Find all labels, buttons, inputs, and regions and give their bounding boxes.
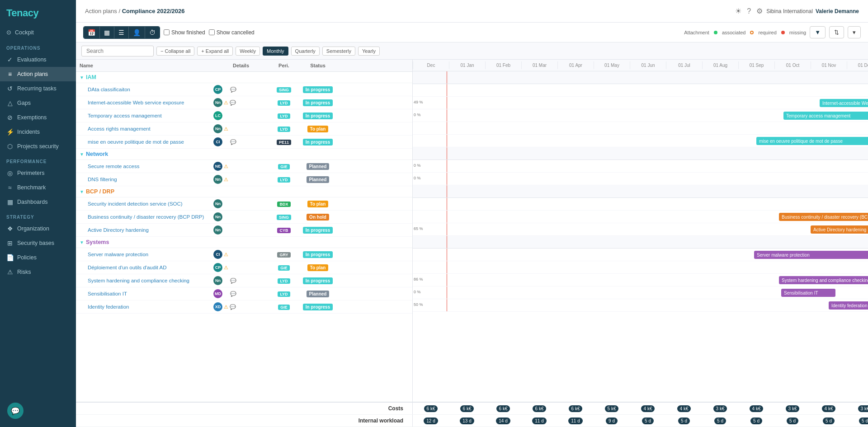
search-input[interactable] <box>81 46 154 56</box>
gantt-bar[interactable]: mise en oeuvre politique de mot de passe <box>756 137 868 145</box>
sidebar-item-projects-security[interactable]: ⬡ Projects security <box>0 139 76 154</box>
sidebar-item-exemptions[interactable]: ⊘ Exemptions <box>0 110 76 125</box>
today-line <box>447 249 447 261</box>
avatar: CI <box>213 137 222 146</box>
gantt-bar[interactable]: System hardening and compliance checking <box>779 276 868 284</box>
table-row: Access rights management Nn ⚠ LYD To pla… <box>76 122 412 136</box>
gaps-label: Gaps <box>17 100 31 106</box>
status-badge: In progress <box>303 139 333 145</box>
show-finished-label[interactable]: Show finished <box>164 29 205 36</box>
gantt-group-row <box>413 71 868 84</box>
group-row[interactable]: ▼ BCP / DRP <box>76 186 412 197</box>
peri-badge: LYD <box>278 177 290 183</box>
sun-icon[interactable]: ☀ <box>735 7 741 15</box>
progress-text: 49 % <box>414 100 423 104</box>
show-cancelled-label[interactable]: Show cancelled <box>209 29 255 36</box>
sidebar-item-policies[interactable]: 📄 Policies <box>0 250 76 265</box>
row-name-link[interactable]: DAta classificaiton <box>88 87 130 92</box>
table-toolbar: − Collapse all + Expand all Weekly Month… <box>76 42 868 60</box>
row-name-link[interactable]: mise en oeuvre politique de mot de passe <box>88 139 184 145</box>
row-name-link[interactable]: DNS filtering <box>88 177 117 182</box>
more-button[interactable]: ▾ <box>848 26 861 38</box>
row-name-link[interactable]: Déploiement d'un outils d'audit AD <box>88 265 166 270</box>
sidebar-item-risks[interactable]: ⚠ Risks <box>0 265 76 279</box>
group-row[interactable]: ▼ IAM <box>76 72 412 83</box>
sidebar-item-cockpit[interactable]: ⊙ Cockpit <box>0 24 76 40</box>
gantt-bar[interactable]: Identity federation <box>829 301 868 310</box>
row-name-link[interactable]: Secure remote access <box>88 164 139 169</box>
workload-badge: 5 d <box>823 418 835 424</box>
row-name-link[interactable]: Server malware protection <box>88 252 148 257</box>
gantt-bar[interactable]: Internet-accessible Web service exposure… <box>820 99 868 107</box>
cost-badge: 4 k€ <box>750 405 764 412</box>
gantt-bar[interactable]: Active Directory hardening <box>811 225 868 234</box>
gantt-bar[interactable]: Business continuity / disaster recovery … <box>779 213 868 221</box>
settings-icon[interactable]: ⚙ <box>756 7 763 15</box>
period-monthly-btn[interactable]: Monthly <box>263 47 288 56</box>
gantt-bar[interactable]: Temporary access management <box>783 112 868 120</box>
row-name-link[interactable]: Security incident detection service (SOC… <box>88 201 183 206</box>
row-peri: CYB <box>270 227 297 233</box>
row-name: Internet-accessible Web service exposure <box>86 99 212 106</box>
status-badge: To plan <box>307 126 329 132</box>
row-name-link[interactable]: System hardening and compliance checking <box>88 278 189 283</box>
logo-text: Tenacy <box>6 7 38 19</box>
sidebar-item-gaps[interactable]: △ Gaps <box>0 96 76 110</box>
workload-badge: 11 d <box>568 418 582 424</box>
workload-cell: 11 d <box>521 415 557 427</box>
workload-badge: 5 d <box>678 418 690 424</box>
row-status: In progress <box>297 277 338 284</box>
progress-text: 50 % <box>414 302 423 307</box>
progress-text: 0 % <box>414 113 421 117</box>
row-name: Server malware protection <box>86 251 212 258</box>
sidebar-item-recurring-tasks[interactable]: ↺ Recurring tasks <box>0 81 76 96</box>
sort-button[interactable]: ⇅ <box>829 26 844 38</box>
costs-row: Costs 6 k€6 k€6 k€6 k€6 k€5 k€4 k€4 k€3 … <box>76 403 868 415</box>
gantt-bar[interactable]: Sensibilisation IT <box>781 289 835 297</box>
collapse-all-button[interactable]: − Collapse all <box>156 47 194 56</box>
chat-icon: 💬 <box>230 139 236 145</box>
top-icons: ☀ ? ⚙ <box>735 7 763 15</box>
view-list-btn[interactable]: ☰ <box>114 27 129 38</box>
sidebar-item-evaluations[interactable]: ✓ Evaluations <box>0 52 76 67</box>
sidebar-item-dashboards[interactable]: ▦ Dashboards <box>0 195 76 209</box>
show-cancelled-checkbox[interactable] <box>209 29 215 35</box>
view-btn-group: 📅 ▦ ☰ 👤 ⏱ <box>83 26 160 39</box>
expand-all-button[interactable]: + Expand all <box>197 47 233 56</box>
gantt-group-row <box>413 147 868 160</box>
row-name-link[interactable]: Active Directory hardening <box>88 227 149 233</box>
help-icon[interactable]: ? <box>747 7 751 15</box>
group-row[interactable]: ▼ Systems <box>76 237 412 248</box>
gantt-bar[interactable]: Server malware protection <box>754 251 868 259</box>
row-name-link[interactable]: Business continuity / disaster recovery … <box>88 214 204 220</box>
period-quarterly-btn[interactable]: Quarterly <box>291 47 320 56</box>
filter-button[interactable]: ▼ <box>810 26 826 38</box>
row-name-link[interactable]: Access rights management <box>88 126 151 131</box>
cost-cell: 6 k€ <box>557 403 594 414</box>
view-gantt-btn[interactable]: ▦ <box>100 27 114 38</box>
sidebar-item-perimeters[interactable]: ◎ Perimeters <box>0 166 76 180</box>
chat-bubble[interactable]: 💬 <box>7 403 24 419</box>
view-clock-btn[interactable]: ⏱ <box>145 27 160 38</box>
row-name-link[interactable]: Sensibilisation IT <box>88 291 127 296</box>
show-finished-checkbox[interactable] <box>164 29 170 35</box>
peri-badge: LYD <box>278 127 290 132</box>
row-name-link[interactable]: Identity federation <box>88 304 129 310</box>
period-yearly-btn[interactable]: Yearly <box>358 47 380 56</box>
sidebar-item-benchmark[interactable]: ≈ Benchmark <box>0 180 76 195</box>
table-row: DAta classificaiton CP 💬 SING In progres… <box>76 83 412 96</box>
row-name-link[interactable]: Temporary access management <box>88 113 162 118</box>
sidebar-item-action-plans[interactable]: ≡ Action plans <box>0 67 76 81</box>
view-people-btn[interactable]: 👤 <box>129 27 145 38</box>
sidebar-item-organization[interactable]: ❖ Organization <box>0 221 76 236</box>
view-calendar-btn[interactable]: 📅 <box>84 27 100 38</box>
associated-dot <box>714 31 717 34</box>
period-weekly-btn[interactable]: Weekly <box>236 47 260 56</box>
sidebar-item-incidents[interactable]: ⚡ Incidents <box>0 125 76 139</box>
period-semesterly-btn[interactable]: Semesterly <box>322 47 355 56</box>
row-details: CP 💬 <box>212 85 270 94</box>
group-row[interactable]: ▼ Network <box>76 149 412 160</box>
breadcrumb: Action plans / Compliance 2022/2026 <box>85 8 184 14</box>
sidebar-item-security-bases[interactable]: ⊞ Security bases <box>0 236 76 250</box>
row-name-link[interactable]: Internet-accessible Web service exposure <box>88 100 184 105</box>
